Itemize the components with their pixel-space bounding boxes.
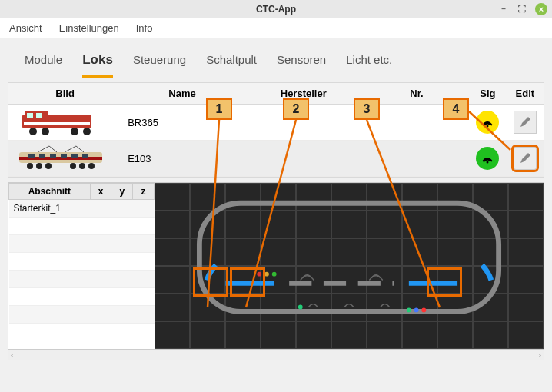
svg-rect-17 <box>82 154 88 158</box>
svg-point-21 <box>70 163 76 169</box>
tab-licht[interactable]: Licht etc. <box>346 50 392 76</box>
svg-point-9 <box>487 125 489 128</box>
track-highlight-1 <box>193 267 228 297</box>
window-minimize-icon[interactable]: – <box>498 4 509 15</box>
col-name[interactable]: Name <box>121 83 243 105</box>
svg-point-6 <box>42 128 49 135</box>
svg-point-8 <box>83 128 91 135</box>
svg-point-30 <box>298 305 303 310</box>
menu-einstellungen[interactable]: Einstellungen <box>59 22 119 34</box>
svg-point-20 <box>45 163 52 169</box>
lok-image <box>15 108 107 137</box>
svg-point-32 <box>414 307 419 312</box>
tab-steuerung[interactable]: Steuerung <box>133 50 186 76</box>
svg-point-24 <box>487 161 489 164</box>
tab-schaltpult[interactable]: Schaltpult <box>206 50 257 76</box>
col-z[interactable]: z <box>133 184 155 200</box>
table-row[interactable]: BR365 <box>8 105 544 141</box>
tab-module[interactable]: Module <box>25 50 62 76</box>
window-title: CTC-App <box>256 4 296 15</box>
lok-name: BR365 <box>121 105 243 141</box>
lok-image <box>15 144 107 173</box>
svg-point-33 <box>421 307 426 312</box>
signal-icon <box>476 111 499 134</box>
edit-button[interactable] <box>514 147 537 170</box>
window-close-icon[interactable]: × <box>535 3 547 15</box>
svg-rect-12 <box>28 154 35 158</box>
lok-nr <box>364 105 470 141</box>
lok-hersteller <box>243 105 364 141</box>
track-highlight-2 <box>230 267 265 297</box>
menu-ansicht[interactable]: Ansicht <box>9 22 42 34</box>
svg-point-19 <box>36 163 42 169</box>
svg-point-5 <box>29 128 37 135</box>
window-titlebar: CTC-App – ⛶ × <box>0 0 552 18</box>
lok-name: E103 <box>121 141 243 177</box>
window-maximize-icon[interactable]: ⛶ <box>517 4 527 15</box>
loks-table: Bild Name Hersteller Nr. Sig Edit <box>8 82 544 178</box>
section-table: Abschnitt x y z Starterkit_1 <box>8 183 155 349</box>
svg-rect-15 <box>61 154 67 158</box>
svg-rect-13 <box>39 154 45 158</box>
svg-rect-3 <box>36 113 42 118</box>
svg-rect-16 <box>71 154 78 158</box>
lok-hersteller <box>243 141 364 177</box>
col-abschnitt[interactable]: Abschnitt <box>9 184 91 200</box>
svg-rect-14 <box>50 154 56 158</box>
col-nr[interactable]: Nr. <box>364 83 470 105</box>
track-layout[interactable] <box>155 183 544 349</box>
svg-point-18 <box>27 163 33 169</box>
svg-point-36 <box>272 272 277 277</box>
svg-rect-4 <box>24 122 90 125</box>
tab-sensoren[interactable]: Sensoren <box>277 50 326 76</box>
lok-nr <box>364 141 470 177</box>
menubar: Ansicht Einstellungen Info <box>0 18 552 38</box>
col-y[interactable]: y <box>111 184 133 200</box>
svg-point-31 <box>407 307 411 312</box>
col-sig[interactable]: Sig <box>469 83 506 105</box>
table-row[interactable]: E103 <box>8 141 544 177</box>
col-edit[interactable]: Edit <box>507 83 544 105</box>
svg-point-23 <box>88 163 95 169</box>
section-name: Starterkit_1 <box>9 200 155 218</box>
col-x[interactable]: x <box>90 184 111 200</box>
main-tabs: Module Loks Steuerung Schaltpult Sensore… <box>8 49 544 78</box>
section-row[interactable]: Starterkit_1 <box>9 200 155 218</box>
track-highlight-3 <box>427 267 462 297</box>
signal-icon <box>476 147 499 170</box>
svg-point-7 <box>71 128 78 135</box>
col-bild[interactable]: Bild <box>8 83 121 105</box>
horizontal-scrollbar[interactable] <box>8 350 544 360</box>
menu-info[interactable]: Info <box>136 22 153 34</box>
svg-point-22 <box>79 163 85 169</box>
tab-loks[interactable]: Loks <box>82 49 113 78</box>
svg-rect-2 <box>27 113 33 118</box>
edit-button[interactable] <box>514 111 537 134</box>
col-hersteller[interactable]: Hersteller <box>243 83 364 105</box>
